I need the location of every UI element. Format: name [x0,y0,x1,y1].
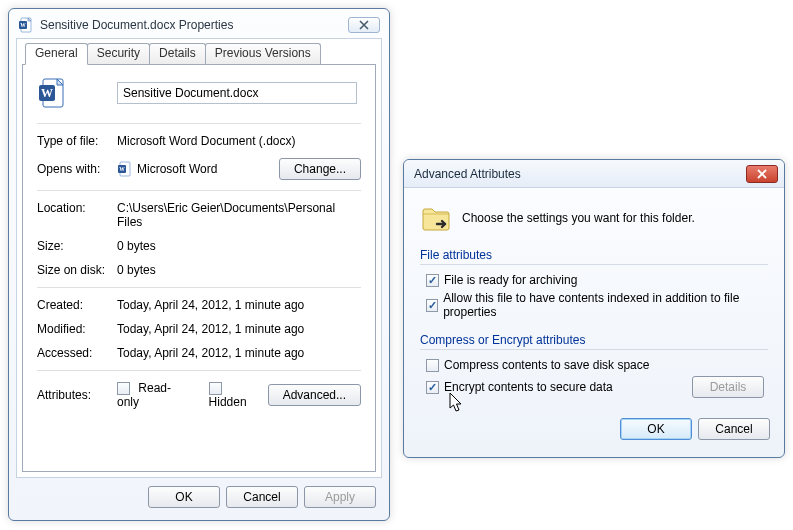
tab-strip: General Security Details Previous Versio… [25,43,320,65]
tab-general[interactable]: General [25,43,88,65]
compress-encrypt-heading: Compress or Encrypt attributes [420,333,768,347]
tab-previous-versions[interactable]: Previous Versions [205,43,321,65]
cancel-button[interactable]: Cancel [226,486,298,508]
properties-body: General Security Details Previous Versio… [16,38,382,478]
advanced-titlebar: Advanced Attributes [404,160,784,188]
hidden-checkbox[interactable] [209,382,222,395]
hidden-checkbox-wrap: Hidden [209,381,268,409]
type-row: Type of file: Microsoft Word Document (.… [37,134,361,148]
separator [37,123,361,124]
attributes-row: Attributes: Read-only Hidden Advanced... [37,381,361,409]
filename-input[interactable] [117,82,357,104]
word-app-icon: W [117,161,133,177]
opens-with-text: Microsoft Word [137,162,217,176]
properties-title: Sensitive Document.docx Properties [40,18,348,32]
close-button[interactable] [348,17,380,33]
filename-row: W [37,77,361,109]
size-label: Size: [37,239,117,253]
properties-button-bar: OK Cancel Apply [14,484,384,508]
tab-general-body: W Type of file: Microsoft Word Document … [22,64,376,472]
readonly-checkbox[interactable] [117,382,130,395]
location-value: C:\Users\Eric Geier\Documents\Personal F… [117,201,361,229]
file-attributes-group: File attributes File is ready for archiv… [420,248,768,319]
opens-with-row: Opens with: W Microsoft Word Change... [37,158,361,180]
archiving-row: File is ready for archiving [426,273,768,287]
word-file-icon: W [18,17,34,33]
size-on-disk-row: Size on disk: 0 bytes [37,263,361,277]
separator [37,370,361,371]
svg-text:W: W [41,86,53,100]
created-value: Today, April 24, 2012, 1 minute ago [117,298,361,312]
properties-window: W Sensitive Document.docx Properties Gen… [8,8,390,521]
file-attributes-heading: File attributes [420,248,768,262]
intro-row: Choose the settings you want for this fo… [420,202,768,234]
compress-label[interactable]: Compress contents to save disk space [444,358,649,372]
separator [420,349,768,350]
opens-with-value: W Microsoft Word [117,161,279,177]
svg-text:W: W [119,166,125,172]
apply-button: Apply [304,486,376,508]
compress-encrypt-group: Compress or Encrypt attributes Compress … [420,333,768,398]
advanced-attributes-window: Advanced Attributes Choose the settings … [403,159,785,458]
close-button[interactable] [746,165,778,183]
indexing-checkbox[interactable] [426,299,438,312]
advanced-button[interactable]: Advanced... [268,384,361,406]
separator [37,190,361,191]
cancel-button[interactable]: Cancel [698,418,770,440]
created-row: Created: Today, April 24, 2012, 1 minute… [37,298,361,312]
separator [420,264,768,265]
tab-security[interactable]: Security [87,43,150,65]
svg-text:W: W [20,22,26,28]
modified-value: Today, April 24, 2012, 1 minute ago [117,322,361,336]
hidden-label[interactable]: Hidden [209,395,247,409]
accessed-label: Accessed: [37,346,117,360]
size-on-disk-label: Size on disk: [37,263,117,277]
indexing-row: Allow this file to have contents indexed… [426,291,768,319]
location-label: Location: [37,201,117,215]
advanced-body: Choose the settings you want for this fo… [404,188,784,412]
created-label: Created: [37,298,117,312]
modified-row: Modified: Today, April 24, 2012, 1 minut… [37,322,361,336]
compress-row: Compress contents to save disk space [426,358,768,372]
intro-text: Choose the settings you want for this fo… [462,211,695,225]
separator [37,287,361,288]
accessed-row: Accessed: Today, April 24, 2012, 1 minut… [37,346,361,360]
modified-label: Modified: [37,322,117,336]
compress-checkbox[interactable] [426,359,439,372]
encrypt-label[interactable]: Encrypt contents to secure data [444,380,613,394]
indexing-label[interactable]: Allow this file to have contents indexed… [443,291,768,319]
size-value: 0 bytes [117,239,361,253]
opens-with-label: Opens with: [37,162,117,176]
encrypt-row: Encrypt contents to secure data Details [426,376,768,398]
type-label: Type of file: [37,134,117,148]
readonly-checkbox-wrap: Read-only [117,381,193,409]
word-file-icon: W [37,77,69,109]
archiving-label[interactable]: File is ready for archiving [444,273,577,287]
ok-button[interactable]: OK [148,486,220,508]
advanced-button-bar: OK Cancel [404,412,784,450]
tab-details[interactable]: Details [149,43,206,65]
details-button: Details [692,376,764,398]
location-row: Location: C:\Users\Eric Geier\Documents\… [37,201,361,229]
type-value: Microsoft Word Document (.docx) [117,134,361,148]
advanced-title: Advanced Attributes [414,167,746,181]
attributes-label: Attributes: [37,388,117,402]
archiving-checkbox[interactable] [426,274,439,287]
properties-titlebar: W Sensitive Document.docx Properties [14,14,384,36]
size-on-disk-value: 0 bytes [117,263,361,277]
change-button[interactable]: Change... [279,158,361,180]
accessed-value: Today, April 24, 2012, 1 minute ago [117,346,361,360]
folder-properties-icon [420,202,452,234]
ok-button[interactable]: OK [620,418,692,440]
size-row: Size: 0 bytes [37,239,361,253]
encrypt-checkbox[interactable] [426,381,439,394]
